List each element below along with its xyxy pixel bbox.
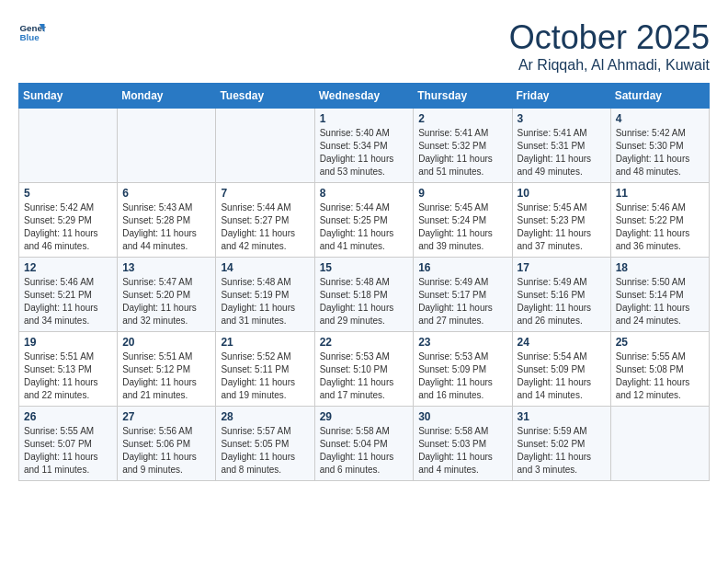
calendar-day-cell: 19 Sunrise: 5:51 AMSunset: 5:13 PMDaylig… [19, 332, 118, 407]
day-number: 8 [320, 187, 409, 200]
day-number: 4 [616, 112, 704, 125]
logo: General Blue [18, 18, 46, 46]
title-section: October 2025 Ar Riqqah, Al Ahmadi, Kuwai… [509, 18, 710, 74]
calendar-day-cell [19, 109, 118, 183]
calendar-day-cell: 6 Sunrise: 5:43 AMSunset: 5:28 PMDayligh… [118, 183, 216, 258]
calendar-day-cell: 4 Sunrise: 5:42 AMSunset: 5:30 PMDayligh… [610, 109, 709, 183]
day-number: 25 [616, 336, 704, 349]
weekday-header: Monday [118, 84, 216, 109]
calendar-day-cell [610, 407, 709, 481]
day-info: Sunrise: 5:55 AMSunset: 5:08 PMDaylight:… [616, 350, 704, 402]
calendar-day-cell: 11 Sunrise: 5:46 AMSunset: 5:22 PMDaylig… [610, 183, 709, 258]
calendar-day-cell: 31 Sunrise: 5:59 AMSunset: 5:02 PMDaylig… [512, 407, 610, 481]
weekday-header: Saturday [610, 84, 709, 109]
calendar-day-cell: 24 Sunrise: 5:54 AMSunset: 5:09 PMDaylig… [512, 332, 610, 407]
day-number: 21 [221, 336, 309, 349]
day-info: Sunrise: 5:44 AMSunset: 5:25 PMDaylight:… [320, 201, 409, 253]
weekday-header: Thursday [414, 84, 512, 109]
calendar-day-cell: 1 Sunrise: 5:40 AMSunset: 5:34 PMDayligh… [314, 109, 414, 183]
weekday-header: Sunday [19, 84, 118, 109]
day-info: Sunrise: 5:46 AMSunset: 5:22 PMDaylight:… [616, 201, 704, 253]
day-info: Sunrise: 5:42 AMSunset: 5:30 PMDaylight:… [616, 127, 704, 178]
calendar-table: SundayMondayTuesdayWednesdayThursdayFrid… [18, 83, 710, 481]
day-number: 6 [122, 187, 210, 200]
day-info: Sunrise: 5:41 AMSunset: 5:31 PMDaylight:… [518, 127, 606, 178]
day-info: Sunrise: 5:49 AMSunset: 5:17 PMDaylight:… [418, 276, 506, 327]
day-info: Sunrise: 5:49 AMSunset: 5:16 PMDaylight:… [518, 276, 606, 327]
calendar-day-cell: 22 Sunrise: 5:53 AMSunset: 5:10 PMDaylig… [314, 332, 414, 407]
day-info: Sunrise: 5:53 AMSunset: 5:09 PMDaylight:… [418, 350, 506, 402]
calendar-day-cell: 27 Sunrise: 5:56 AMSunset: 5:06 PMDaylig… [118, 407, 216, 481]
day-number: 17 [518, 261, 606, 274]
weekday-header: Wednesday [314, 84, 414, 109]
day-number: 2 [418, 112, 506, 125]
calendar-day-cell: 29 Sunrise: 5:58 AMSunset: 5:04 PMDaylig… [314, 407, 414, 481]
day-number: 24 [518, 336, 606, 349]
calendar-week-row: 1 Sunrise: 5:40 AMSunset: 5:34 PMDayligh… [19, 109, 710, 183]
day-number: 22 [320, 336, 409, 349]
calendar-day-cell: 10 Sunrise: 5:45 AMSunset: 5:23 PMDaylig… [512, 183, 610, 258]
day-info: Sunrise: 5:58 AMSunset: 5:03 PMDaylight:… [418, 425, 506, 477]
day-info: Sunrise: 5:54 AMSunset: 5:09 PMDaylight:… [518, 350, 606, 402]
day-number: 13 [122, 261, 210, 274]
calendar-day-cell: 15 Sunrise: 5:48 AMSunset: 5:18 PMDaylig… [314, 258, 414, 332]
day-number: 20 [122, 336, 210, 349]
calendar-week-row: 26 Sunrise: 5:55 AMSunset: 5:07 PMDaylig… [19, 407, 710, 481]
logo-icon: General Blue [18, 18, 46, 46]
calendar-day-cell: 28 Sunrise: 5:57 AMSunset: 5:05 PMDaylig… [216, 407, 314, 481]
day-info: Sunrise: 5:53 AMSunset: 5:10 PMDaylight:… [320, 350, 409, 402]
day-number: 3 [518, 112, 606, 125]
page-header: General Blue October 2025 Ar Riqqah, Al … [18, 18, 710, 74]
day-number: 12 [24, 261, 112, 274]
day-info: Sunrise: 5:50 AMSunset: 5:14 PMDaylight:… [616, 276, 704, 327]
calendar-day-cell: 3 Sunrise: 5:41 AMSunset: 5:31 PMDayligh… [512, 109, 610, 183]
calendar-day-cell: 14 Sunrise: 5:48 AMSunset: 5:19 PMDaylig… [216, 258, 314, 332]
day-info: Sunrise: 5:51 AMSunset: 5:13 PMDaylight:… [24, 350, 112, 402]
day-number: 27 [122, 410, 210, 423]
weekday-header: Tuesday [216, 84, 314, 109]
month-title: October 2025 [509, 18, 710, 57]
day-number: 9 [418, 187, 506, 200]
calendar-day-cell: 2 Sunrise: 5:41 AMSunset: 5:32 PMDayligh… [414, 109, 512, 183]
day-number: 5 [24, 187, 112, 200]
day-info: Sunrise: 5:44 AMSunset: 5:27 PMDaylight:… [221, 201, 309, 253]
calendar-day-cell [118, 109, 216, 183]
day-info: Sunrise: 5:47 AMSunset: 5:20 PMDaylight:… [122, 276, 210, 327]
day-number: 29 [320, 410, 409, 423]
day-info: Sunrise: 5:41 AMSunset: 5:32 PMDaylight:… [418, 127, 506, 178]
calendar-day-cell: 5 Sunrise: 5:42 AMSunset: 5:29 PMDayligh… [19, 183, 118, 258]
day-info: Sunrise: 5:43 AMSunset: 5:28 PMDaylight:… [122, 201, 210, 253]
calendar-week-row: 12 Sunrise: 5:46 AMSunset: 5:21 PMDaylig… [19, 258, 710, 332]
day-info: Sunrise: 5:56 AMSunset: 5:06 PMDaylight:… [122, 425, 210, 477]
calendar-day-cell: 21 Sunrise: 5:52 AMSunset: 5:11 PMDaylig… [216, 332, 314, 407]
day-info: Sunrise: 5:45 AMSunset: 5:24 PMDaylight:… [418, 201, 506, 253]
day-info: Sunrise: 5:46 AMSunset: 5:21 PMDaylight:… [24, 276, 112, 327]
calendar-day-cell: 13 Sunrise: 5:47 AMSunset: 5:20 PMDaylig… [118, 258, 216, 332]
day-info: Sunrise: 5:48 AMSunset: 5:19 PMDaylight:… [221, 276, 309, 327]
day-info: Sunrise: 5:57 AMSunset: 5:05 PMDaylight:… [221, 425, 309, 477]
day-number: 16 [418, 261, 506, 274]
day-number: 18 [616, 261, 704, 274]
day-info: Sunrise: 5:55 AMSunset: 5:07 PMDaylight:… [24, 425, 112, 477]
weekday-header-row: SundayMondayTuesdayWednesdayThursdayFrid… [19, 84, 710, 109]
day-number: 19 [24, 336, 112, 349]
day-info: Sunrise: 5:42 AMSunset: 5:29 PMDaylight:… [24, 201, 112, 253]
day-info: Sunrise: 5:40 AMSunset: 5:34 PMDaylight:… [320, 127, 409, 178]
svg-text:Blue: Blue [20, 32, 40, 42]
day-number: 28 [221, 410, 309, 423]
calendar-day-cell: 23 Sunrise: 5:53 AMSunset: 5:09 PMDaylig… [414, 332, 512, 407]
location-title: Ar Riqqah, Al Ahmadi, Kuwait [509, 57, 710, 74]
calendar-day-cell: 18 Sunrise: 5:50 AMSunset: 5:14 PMDaylig… [610, 258, 709, 332]
day-info: Sunrise: 5:58 AMSunset: 5:04 PMDaylight:… [320, 425, 409, 477]
day-info: Sunrise: 5:45 AMSunset: 5:23 PMDaylight:… [518, 201, 606, 253]
calendar-day-cell: 30 Sunrise: 5:58 AMSunset: 5:03 PMDaylig… [414, 407, 512, 481]
day-number: 14 [221, 261, 309, 274]
day-number: 30 [418, 410, 506, 423]
calendar-day-cell: 16 Sunrise: 5:49 AMSunset: 5:17 PMDaylig… [414, 258, 512, 332]
calendar-day-cell: 9 Sunrise: 5:45 AMSunset: 5:24 PMDayligh… [414, 183, 512, 258]
day-number: 10 [518, 187, 606, 200]
calendar-week-row: 19 Sunrise: 5:51 AMSunset: 5:13 PMDaylig… [19, 332, 710, 407]
day-number: 31 [518, 410, 606, 423]
calendar-day-cell: 25 Sunrise: 5:55 AMSunset: 5:08 PMDaylig… [610, 332, 709, 407]
calendar-day-cell: 8 Sunrise: 5:44 AMSunset: 5:25 PMDayligh… [314, 183, 414, 258]
